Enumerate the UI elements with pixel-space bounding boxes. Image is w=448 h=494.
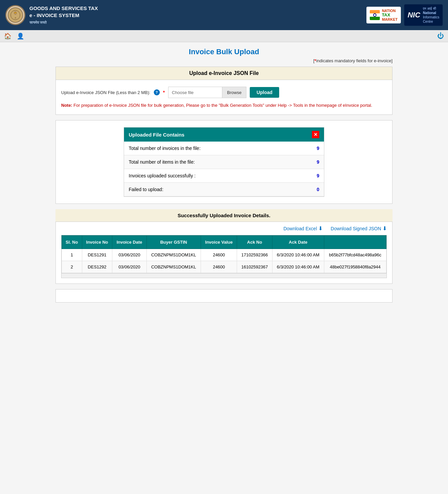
download-json-icon: ⬇ <box>382 225 387 232</box>
table-scroll-hint[interactable] <box>62 273 386 278</box>
results-table: Total number of invoices in the file: 9 … <box>124 142 324 196</box>
results-row-value: 0 <box>304 183 324 196</box>
results-row: Total number of invoices in the file: 9 <box>124 142 324 155</box>
main-content: Invoice Bulk Upload [*indicates mandator… <box>50 42 398 313</box>
close-button[interactable]: ✕ <box>312 131 319 138</box>
browse-button[interactable]: Browse <box>222 87 246 98</box>
svg-point-0 <box>8 8 23 22</box>
invoice-table: Sl. NoInvoice NoInvoice DateBuyer GSTINI… <box>62 235 386 273</box>
table-cell: 03/06/2020 <box>112 261 146 273</box>
table-cell: 24600 <box>201 261 237 273</box>
note-text: For preparation of e-Invoice JSON file f… <box>74 103 372 108</box>
required-star: * <box>163 90 165 95</box>
power-icon[interactable]: ⏻ <box>437 32 444 39</box>
table-cell: 6/3/2020 10:46:00 AM <box>272 249 324 261</box>
results-header: Uploaded File Contains ✕ <box>124 128 324 142</box>
results-row-value: 9 <box>304 142 324 155</box>
header-logos: NATION TAX MARKET NIC एन आई सी National … <box>366 4 443 26</box>
mandatory-note: [*indicates mandatory fields for e-invoi… <box>55 58 393 63</box>
table-cell: 48be027f1958840f8a2944 <box>324 261 386 273</box>
results-title: Uploaded File Contains <box>129 132 185 138</box>
table-cell: 1 <box>62 249 82 261</box>
results-row-label: Total number of items in the file: <box>124 155 304 169</box>
results-row-value: 9 <box>304 155 324 169</box>
invoice-table-section: Download Excel ⬇ Download Signed JSON ⬇ … <box>55 222 393 284</box>
results-section: Uploaded File Contains ✕ Total number of… <box>55 120 393 204</box>
download-json-link[interactable]: Download Signed JSON ⬇ <box>331 225 387 232</box>
table-cell: 24600 <box>201 249 237 261</box>
page-title: Invoice Bulk Upload <box>55 48 393 56</box>
table-header-cell: Ack No <box>237 236 272 249</box>
results-row: Failed to upload: 0 <box>124 183 324 196</box>
table-cell: 6/3/2020 10:46:00 AM <box>272 261 324 273</box>
table-cell: DES1291 <box>82 249 112 261</box>
table-cell: DES1292 <box>82 261 112 273</box>
home-icon[interactable]: 🏠 <box>4 32 11 40</box>
results-row-label: Invoices uploaded successfully : <box>124 169 304 183</box>
table-header-cell: Invoice Value <box>201 236 237 249</box>
table-header-cell: Sl. No <box>62 236 82 249</box>
results-row-label: Total number of invoices in the file: <box>124 142 304 155</box>
table-header-cell <box>324 236 386 249</box>
results-row: Total number of items in the file: 9 <box>124 155 324 169</box>
file-input-placeholder: Choose file <box>169 87 222 98</box>
download-excel-link[interactable]: Download Excel ⬇ <box>284 225 323 232</box>
government-emblem: 🦁 ⚖ <box>5 5 25 25</box>
site-header: 🦁 ⚖ GOODS AND SERVICES TAX e - INVOICE S… <box>0 0 448 30</box>
navigation-bar: 🏠 👤 ⏻ <box>0 30 448 42</box>
table-header-cell: Ack Date <box>272 236 324 249</box>
note-row: Note: For preparation of e-Invoice JSON … <box>61 103 387 108</box>
results-row-label: Failed to upload: <box>124 183 304 196</box>
success-section-header: Successfully Uploaded Invoice Details. <box>55 209 393 222</box>
table-header-cell: Invoice No <box>82 236 112 249</box>
file-input-wrapper: Choose file Browse <box>168 87 246 98</box>
table-header-cell: Buyer GSTIN <box>146 236 201 249</box>
table-row: 2DES129203/06/2020COBZNPMS1DOM1KL2460016… <box>62 261 386 273</box>
bottom-section <box>55 289 393 303</box>
table-cell: 03/06/2020 <box>112 249 146 261</box>
upload-label: Upload e-Invoice JSON File (Less than 2 … <box>61 90 150 95</box>
header-left: 🦁 ⚖ GOODS AND SERVICES TAX e - INVOICE S… <box>5 5 98 25</box>
table-cell: 2 <box>62 261 82 273</box>
user-icon[interactable]: 👤 <box>17 32 24 40</box>
download-excel-icon: ⬇ <box>318 225 323 232</box>
table-cell: COBZNPMS1DOM1KL <box>146 249 201 261</box>
upload-button[interactable]: Upload <box>250 87 279 98</box>
download-excel-label: Download Excel <box>284 226 317 231</box>
site-title: GOODS AND SERVICES TAX e - INVOICE SYSTE… <box>29 5 98 25</box>
table-wrapper: Sl. NoInvoice NoInvoice DateBuyer GSTINI… <box>61 235 387 278</box>
download-row: Download Excel ⬇ Download Signed JSON ⬇ <box>56 222 392 235</box>
table-header-cell: Invoice Date <box>112 236 146 249</box>
results-row: Invoices uploaded successfully : 9 <box>124 169 324 183</box>
help-icon[interactable]: ? <box>154 89 160 95</box>
results-row-value: 9 <box>304 169 324 183</box>
svg-text:🦁: 🦁 <box>14 11 17 15</box>
table-cell: COBZNPMS1DOM1KL <box>146 261 201 273</box>
table-cell: b65b2f77bfcd48ac498a96c <box>324 249 386 261</box>
table-row: 1DES129103/06/2020COBZNPMS1DOM1KL2460017… <box>62 249 386 261</box>
upload-section-header: Upload e-Invoice JSON File <box>56 67 392 80</box>
note-label: Note: <box>61 103 72 108</box>
table-cell: 16102592367 <box>237 261 272 273</box>
table-cell: 17102592366 <box>237 249 272 261</box>
download-json-label: Download Signed JSON <box>331 226 381 231</box>
upload-section: Upload e-Invoice JSON File Upload e-Invo… <box>55 67 393 115</box>
